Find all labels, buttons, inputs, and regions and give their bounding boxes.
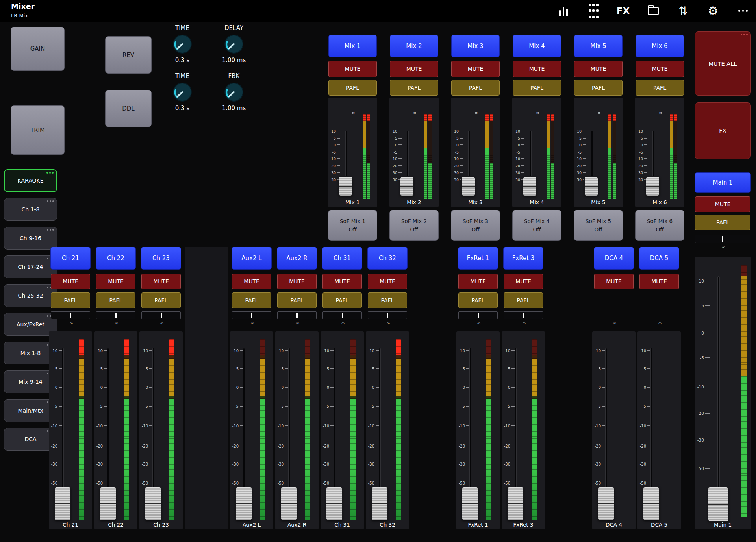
mute-button[interactable]: MUTE [504, 274, 543, 289]
main-pafl-button[interactable]: PAFL [695, 215, 750, 230]
strip-select-button[interactable]: DCA 5 [639, 247, 679, 270]
pafl-button[interactable]: PAFL [636, 80, 684, 96]
pafl-button[interactable]: PAFL [141, 292, 181, 308]
mix-select-button[interactable]: Mix 6 [636, 35, 684, 57]
pan-slider[interactable] [322, 311, 362, 319]
sof-button[interactable]: SoF Mix 4Off [512, 210, 561, 241]
fader-handle[interactable] [371, 487, 388, 520]
pafl-button[interactable]: PAFL [390, 80, 438, 96]
transfer-arrows-icon[interactable]: ⇅ [676, 2, 690, 20]
strip-select-button[interactable]: Ch 31 [322, 247, 362, 270]
main-pan-slider[interactable] [695, 235, 750, 243]
strip-select-button[interactable]: Ch 21 [50, 247, 91, 270]
mute-button[interactable]: MUTE [390, 61, 438, 77]
mute-button[interactable]: MUTE [368, 274, 407, 289]
pafl-button[interactable]: PAFL [513, 80, 561, 96]
fader-handle[interactable] [100, 487, 116, 520]
fx-mute-button[interactable]: FX [695, 102, 751, 159]
ddl-fbk-knob[interactable] [224, 82, 244, 102]
pafl-button[interactable]: PAFL [277, 292, 317, 308]
pafl-button[interactable]: PAFL [504, 292, 543, 308]
pafl-button[interactable]: PAFL [458, 292, 498, 308]
fader-handle[interactable] [339, 176, 352, 196]
pafl-button[interactable]: PAFL [574, 80, 623, 96]
pan-slider[interactable] [458, 311, 498, 319]
mute-button[interactable]: MUTE [636, 61, 684, 77]
sof-button[interactable]: SoF Mix 5Off [574, 210, 623, 241]
fader-handle[interactable] [235, 487, 252, 520]
mute-button[interactable]: MUTE [594, 274, 634, 289]
pafl-button[interactable]: PAFL [322, 292, 362, 308]
strip-select-button[interactable]: Aux2 R [277, 247, 317, 270]
mix-select-button[interactable]: Mix 1 [328, 35, 377, 57]
mix-select-button[interactable]: Mix 2 [390, 35, 438, 57]
mute-button[interactable]: MUTE [574, 61, 623, 77]
pan-slider[interactable] [232, 311, 271, 319]
fader-handle[interactable] [326, 487, 343, 520]
pafl-button[interactable]: PAFL [368, 292, 407, 308]
pan-slider[interactable] [368, 311, 407, 319]
sof-button[interactable]: SoF Mix 1Off [328, 210, 377, 241]
fx-icon[interactable]: FX [617, 2, 630, 20]
sof-button[interactable]: SoF Mix 6Off [635, 210, 684, 241]
ddl-fx-button[interactable]: DDL [105, 90, 152, 127]
gain-button[interactable]: GAIN [11, 27, 65, 71]
mute-button[interactable]: MUTE [328, 61, 377, 77]
fader-handle[interactable] [507, 487, 524, 520]
fader-handle[interactable] [400, 176, 414, 196]
fader-handle[interactable] [598, 487, 614, 520]
fader-handle[interactable] [462, 487, 478, 520]
pafl-button[interactable]: PAFL [51, 292, 90, 308]
fader-handle[interactable] [281, 487, 297, 520]
mute-button[interactable]: MUTE [51, 274, 90, 289]
meters-icon[interactable] [557, 2, 570, 20]
fader-handle[interactable] [523, 176, 537, 196]
pafl-button[interactable]: PAFL [328, 80, 377, 96]
layer-button-karaoke[interactable]: KARAOKE [4, 169, 57, 192]
fader-handle[interactable] [461, 176, 475, 196]
pan-slider[interactable] [51, 311, 90, 319]
ddl-time-knob[interactable] [172, 82, 193, 102]
pan-slider[interactable] [141, 311, 181, 319]
folder-icon[interactable] [647, 2, 660, 20]
strip-select-button[interactable]: Aux2 L [232, 247, 272, 270]
strip-select-button[interactable]: FxRet 1 [458, 247, 498, 270]
pafl-button[interactable]: PAFL [96, 292, 135, 308]
fader-handle[interactable] [646, 176, 660, 196]
main-fader-handle[interactable] [708, 487, 728, 522]
rev-time-knob[interactable] [172, 34, 193, 54]
fader-handle[interactable] [145, 487, 161, 520]
main-select-button[interactable]: Main 1 [695, 172, 751, 193]
pafl-button[interactable]: PAFL [451, 80, 500, 96]
strip-select-button[interactable]: Ch 23 [141, 247, 181, 270]
rev-fx-button[interactable]: REV [105, 36, 152, 74]
mute-button[interactable]: MUTE [458, 274, 498, 289]
pafl-button[interactable]: PAFL [232, 292, 271, 308]
pan-slider[interactable] [504, 311, 543, 319]
mute-button[interactable]: MUTE [639, 274, 679, 289]
sof-button[interactable]: SoF Mix 2Off [389, 210, 439, 241]
strip-select-button[interactable]: DCA 4 [594, 247, 634, 270]
fader-handle[interactable] [584, 176, 598, 196]
layer-button-ch-1-8[interactable]: Ch 1-8 [4, 198, 57, 221]
pan-slider[interactable] [277, 311, 317, 319]
layer-button-ch-9-16[interactable]: Ch 9-16 [4, 227, 57, 250]
rev-delay-knob[interactable] [224, 34, 244, 54]
mute-button[interactable]: MUTE [96, 274, 135, 289]
mix-select-button[interactable]: Mix 5 [574, 35, 623, 57]
fader-handle[interactable] [54, 487, 71, 520]
mix-select-button[interactable]: Mix 3 [451, 35, 500, 57]
strip-select-button[interactable]: FxRet 3 [503, 247, 543, 270]
mute-button[interactable]: MUTE [232, 274, 271, 289]
mix-select-button[interactable]: Mix 4 [513, 35, 561, 57]
apps-grid-icon[interactable] [587, 2, 600, 20]
trim-button[interactable]: TRIM [11, 105, 65, 155]
mute-button[interactable]: MUTE [451, 61, 500, 77]
fader-handle[interactable] [643, 487, 660, 520]
mute-button[interactable]: MUTE [141, 274, 181, 289]
mute-button[interactable]: MUTE [277, 274, 317, 289]
sof-button[interactable]: SoF Mix 3Off [451, 210, 500, 241]
mute-button[interactable]: MUTE [513, 61, 561, 77]
strip-select-button[interactable]: Ch 22 [96, 247, 136, 270]
pan-slider[interactable] [96, 311, 135, 319]
